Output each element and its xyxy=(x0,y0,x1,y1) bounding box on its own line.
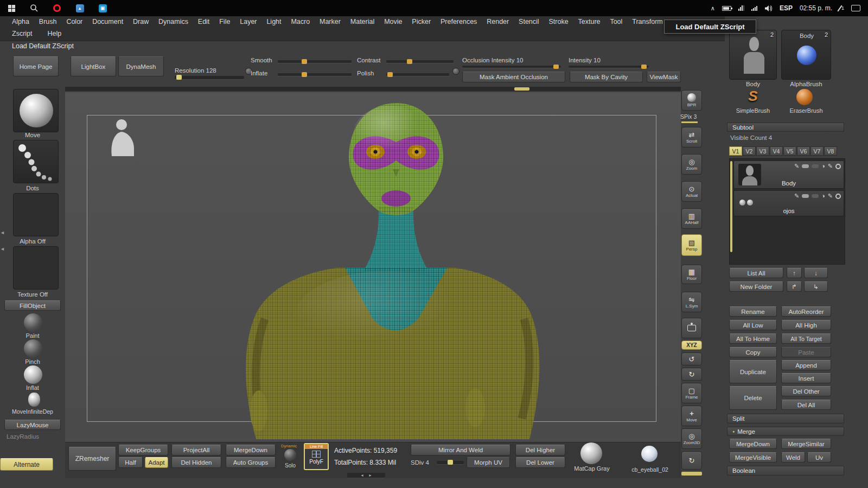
all-low-button[interactable]: All Low xyxy=(729,320,777,330)
menu-color[interactable]: Color xyxy=(66,18,82,25)
boolean-section-header[interactable]: Boolean xyxy=(727,466,844,476)
slider-handle[interactable] xyxy=(448,460,453,465)
mergedown-button[interactable]: MergeDown xyxy=(729,439,777,449)
autoreorder-button[interactable]: AutoReorder xyxy=(781,306,831,317)
move-into-folder-button[interactable]: ↳ xyxy=(804,281,828,292)
subtool-section-header[interactable]: Subtool xyxy=(727,123,844,132)
xyz-button[interactable]: XYZ xyxy=(681,341,702,350)
zoom-button[interactable]: ◎ Zoom xyxy=(681,154,702,175)
slider-handle[interactable] xyxy=(641,65,647,69)
tool-pick-body[interactable]: 2 xyxy=(729,30,777,80)
tab-v4[interactable]: V4 xyxy=(770,146,783,156)
taskbar-app-opera[interactable] xyxy=(46,0,68,16)
menu-brush[interactable]: Brush xyxy=(39,18,57,25)
all-high-button[interactable]: All High xyxy=(781,320,831,330)
rename-button[interactable]: Rename xyxy=(729,306,777,317)
home-page-button[interactable]: Home Page xyxy=(13,56,59,76)
mergedown-bottom-button[interactable]: MergeDown xyxy=(226,445,276,455)
hscroll-handle[interactable] xyxy=(514,87,529,91)
subtool-row-ojos[interactable]: ✎ ◑ ✎ ojos xyxy=(733,190,844,216)
contrast-slider[interactable] xyxy=(386,60,454,63)
cellular-icon[interactable] xyxy=(751,6,757,11)
lazyradius-label[interactable]: LazyRadius xyxy=(7,433,39,440)
del-lower-button[interactable]: Del Lower xyxy=(515,457,565,468)
menu-picker[interactable]: Picker xyxy=(412,18,431,25)
language-indicator[interactable]: ESP xyxy=(780,4,793,12)
stroke-picker-dots[interactable] xyxy=(13,140,59,183)
smooth-slider[interactable] xyxy=(278,60,352,63)
menu-preferences[interactable]: Preferences xyxy=(441,18,477,25)
spix-label[interactable]: SPix 3 xyxy=(680,113,697,120)
move-infinite-depth-button[interactable] xyxy=(28,393,40,407)
solo-button[interactable] xyxy=(284,449,296,461)
spin-ccw-button[interactable]: ↺ xyxy=(681,352,702,365)
subtool-scrollbar[interactable] xyxy=(730,161,732,252)
menu-render[interactable]: Render xyxy=(487,18,509,25)
slider-handle[interactable] xyxy=(407,59,412,64)
texture-picker[interactable] xyxy=(13,246,59,290)
persp-button[interactable]: ▧ Persp xyxy=(681,234,702,256)
floor-button[interactable]: ▦ Floor xyxy=(681,265,702,284)
inflat-mode-button[interactable] xyxy=(24,365,42,384)
search-button[interactable] xyxy=(23,0,46,16)
append-button[interactable]: Append xyxy=(781,360,831,370)
polish-slider[interactable] xyxy=(386,73,449,76)
taskbar-app-3[interactable]: ▣ xyxy=(91,0,114,16)
menu-macro[interactable]: Macro xyxy=(291,18,310,25)
alpha-picker[interactable] xyxy=(13,193,59,236)
insert-button[interactable]: Insert xyxy=(781,373,831,383)
canvas-hscrollbar[interactable] xyxy=(65,87,681,91)
del-other-button[interactable]: Del Other xyxy=(781,386,831,396)
move-out-folder-button[interactable]: ↱ xyxy=(787,281,802,292)
volume-icon[interactable] xyxy=(764,5,773,12)
tool-pick-second[interactable]: Body 2 xyxy=(781,30,831,80)
polish-knob[interactable] xyxy=(452,68,459,75)
eraserbrush-icon[interactable] xyxy=(796,89,813,105)
menu-stroke[interactable]: Stroke xyxy=(549,18,569,25)
merge-section-header[interactable]: ● Merge xyxy=(727,427,844,436)
scroll-right-icon[interactable]: ► xyxy=(368,473,372,477)
list-all-button[interactable]: List All xyxy=(729,268,783,278)
all-to-target-button[interactable]: All To Target xyxy=(781,333,831,344)
taskbar-app-photos[interactable]: ▴ xyxy=(68,0,91,16)
dynamesh-button[interactable]: DynaMesh xyxy=(118,56,164,76)
visible-count-label[interactable]: Visible Count 4 xyxy=(730,134,772,141)
del-higher-button[interactable]: Del Higher xyxy=(515,445,565,455)
bpr-button[interactable]: BPR xyxy=(681,90,702,111)
tab-v7[interactable]: V7 xyxy=(810,146,824,156)
tab-v3[interactable]: V3 xyxy=(756,146,769,156)
new-folder-button[interactable]: New Folder xyxy=(729,281,783,292)
frame-button[interactable]: ▢ Frame xyxy=(681,383,702,403)
slider-handle[interactable] xyxy=(387,72,393,77)
visibility-eye-icon[interactable] xyxy=(835,164,841,169)
subtool-up-button[interactable]: ↑ xyxy=(787,268,802,278)
matcap-picker[interactable] xyxy=(580,442,602,464)
visibility-eye-icon[interactable] xyxy=(835,194,841,199)
clock[interactable]: 02:55 p. m. xyxy=(800,4,832,12)
menu-marker[interactable]: Marker xyxy=(320,18,341,25)
zremesher-button[interactable]: ZRemesher xyxy=(68,447,116,471)
lightbox-button[interactable]: LightBox xyxy=(71,56,116,76)
tab-v2[interactable]: V2 xyxy=(743,146,756,156)
mask-ambient-occlusion-button[interactable]: Mask Ambient Occlusion xyxy=(462,72,565,82)
tray-collapse-icon-2[interactable]: ◄ xyxy=(0,246,5,252)
menu-edit[interactable]: Edit xyxy=(198,18,210,25)
ethernet-icon[interactable] xyxy=(738,5,744,11)
menu-material[interactable]: Material xyxy=(350,18,374,25)
brush-icon[interactable]: ✎ xyxy=(828,193,833,199)
menu-movie[interactable]: Movie xyxy=(384,18,402,25)
tab-v5[interactable]: V5 xyxy=(783,146,796,156)
document-canvas[interactable] xyxy=(65,92,681,442)
zoom3d-button[interactable]: ◎ Zoom3D xyxy=(681,428,702,449)
scroll-button[interactable]: ⇄ Scroll xyxy=(681,127,702,147)
lazymouse-button[interactable]: LazyMouse xyxy=(4,420,61,430)
mask-by-cavity-button[interactable]: Mask By Cavity xyxy=(570,72,643,82)
slider-handle[interactable] xyxy=(302,72,307,77)
split-section-header[interactable]: Split xyxy=(727,414,844,423)
subtool-row-body[interactable]: ✎ ◑ ✎ Body xyxy=(733,160,844,189)
touch-keyboard-icon[interactable] xyxy=(851,5,860,11)
delete-button[interactable]: Delete xyxy=(729,386,777,410)
menu-tool[interactable]: Tool xyxy=(610,18,622,25)
menu-alpha[interactable]: Alpha xyxy=(12,18,29,25)
tray-collapse-icon[interactable]: ◄ xyxy=(0,230,5,235)
